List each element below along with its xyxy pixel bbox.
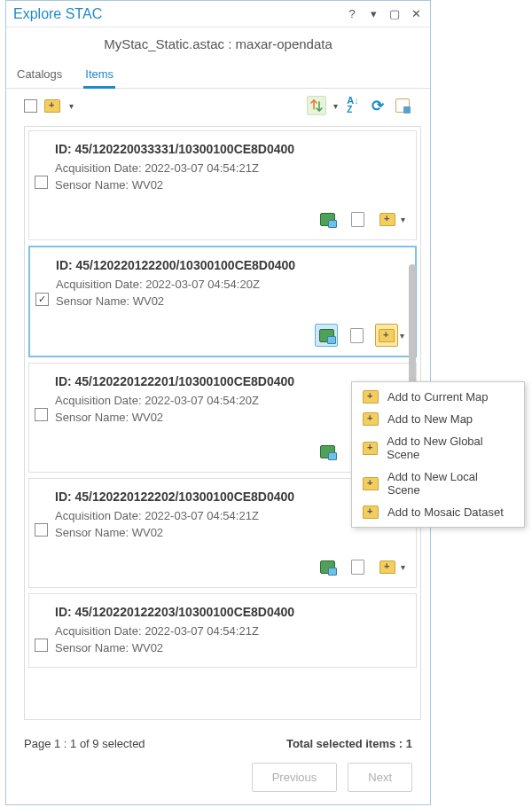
folder-plus-icon <box>44 99 60 113</box>
sort-updown-icon <box>310 98 323 113</box>
folder-plus-icon <box>363 442 378 455</box>
sort-direction-button[interactable] <box>307 96 326 115</box>
menu-item[interactable]: Add to Current Map <box>352 386 524 408</box>
menu-item-label: Add to Current Map <box>387 390 488 404</box>
menu-item-label: Add to Mosaic Dataset <box>387 505 504 519</box>
layer-icon <box>320 560 335 574</box>
folder-plus-icon <box>379 560 395 574</box>
item-id: ID: 45/120220122200/10300100CE8D0400 <box>56 258 404 272</box>
item-sensor-name: Sensor Name: WV02 <box>56 294 404 308</box>
add-layer-button[interactable] <box>315 324 338 347</box>
menu-item[interactable]: Add to New Map <box>352 408 524 430</box>
copy-item-button[interactable] <box>346 555 369 578</box>
chevron-down-icon[interactable]: ▾ <box>333 101 338 111</box>
folder-plus-icon <box>363 390 379 404</box>
item-checkbox[interactable] <box>35 523 48 537</box>
copy-item-button[interactable] <box>345 324 368 347</box>
item-id: ID: 45/120220033331/10300100CE8D0400 <box>55 142 405 156</box>
restore-icon[interactable]: ▢ <box>387 7 402 21</box>
item-checkbox[interactable] <box>35 293 49 306</box>
chevron-down-icon[interactable]: ▾ <box>400 331 404 341</box>
item-id: ID: 45/120220122203/10300100CE8D0400 <box>55 605 405 619</box>
refresh-icon: ⟳ <box>372 97 384 115</box>
add-to-map-button[interactable] <box>375 324 398 347</box>
add-to-map-button[interactable] <box>376 208 399 231</box>
add-layer-button[interactable] <box>316 555 339 578</box>
menu-item-label: Add to New Map <box>387 412 473 426</box>
sort-az-button[interactable]: A↓Z <box>343 96 363 115</box>
menu-item-label: Add to New Global Scene <box>387 435 513 461</box>
add-all-to-map-button[interactable] <box>43 96 62 115</box>
copy-icon <box>351 212 364 227</box>
item-sensor-name: Sensor Name: WV02 <box>55 178 405 192</box>
folder-plus-icon <box>379 213 395 226</box>
copy-item-button[interactable] <box>346 208 369 231</box>
export-icon <box>395 98 410 113</box>
list-item[interactable]: ID: 45/120220122200/10300100CE8D0400Acqu… <box>28 246 417 357</box>
item-checkbox[interactable] <box>35 639 48 652</box>
item-checkbox[interactable] <box>35 176 48 189</box>
add-layer-button[interactable] <box>316 208 339 231</box>
footer: Page 1 : 1 of 9 selected Total selected … <box>6 730 430 804</box>
close-icon[interactable]: ✕ <box>409 7 423 21</box>
refresh-button[interactable]: ⟳ <box>368 96 387 115</box>
menu-item[interactable]: Add to Mosaic Dataset <box>352 501 524 523</box>
tab-catalogs[interactable]: Catalogs <box>15 64 64 88</box>
add-to-map-button[interactable] <box>376 555 399 578</box>
folder-plus-icon <box>363 412 379 426</box>
layer-icon <box>320 213 335 226</box>
chevron-down-icon[interactable]: ▾ <box>401 562 405 572</box>
add-to-map-menu: Add to Current MapAdd to New MapAdd to N… <box>351 381 525 528</box>
previous-button[interactable]: Previous <box>252 763 338 792</box>
breadcrumb: MyStac_Static.astac : maxar-opendata <box>6 27 430 64</box>
folder-plus-icon <box>379 329 395 342</box>
menu-item[interactable]: Add to New Global Scene <box>352 430 524 466</box>
item-checkbox[interactable] <box>35 408 48 421</box>
list-item[interactable]: ID: 45/120220122203/10300100CE8D0400Acqu… <box>28 593 417 668</box>
item-sensor-name: Sensor Name: WV02 <box>55 526 405 539</box>
add-layer-button[interactable] <box>316 440 339 463</box>
next-button[interactable]: Next <box>348 763 412 792</box>
layer-icon <box>320 445 335 458</box>
item-acquisition-date: Acquisition Date: 2022-03-07 04:54:20Z <box>56 278 404 291</box>
layer-icon <box>319 329 334 342</box>
copy-icon <box>350 328 364 343</box>
total-selected: Total selected items : 1 <box>286 737 412 750</box>
item-acquisition-date: Acquisition Date: 2022-03-07 04:54:21Z <box>55 161 405 175</box>
item-acquisition-date: Acquisition Date: 2022-03-07 04:54:21Z <box>55 624 405 638</box>
panel-title: Explore STAC <box>13 6 338 22</box>
chevron-down-icon[interactable]: ▾ <box>69 101 74 111</box>
sort-az-icon: A↓Z <box>347 97 358 114</box>
page-status: Page 1 : 1 of 9 selected <box>24 737 145 750</box>
chevron-down-icon[interactable]: ▾ <box>401 215 405 224</box>
dropdown-icon[interactable]: ▾ <box>366 7 380 21</box>
folder-plus-icon <box>363 477 379 490</box>
menu-item-label: Add to New Local Scene <box>387 470 513 497</box>
titlebar: Explore STAC ? ▾ ▢ ✕ <box>6 1 430 27</box>
tab-items[interactable]: Items <box>83 64 115 89</box>
copy-icon <box>351 560 364 575</box>
select-all-checkbox[interactable] <box>24 99 37 113</box>
folder-plus-icon <box>363 505 379 519</box>
menu-item[interactable]: Add to New Local Scene <box>352 466 524 501</box>
export-button[interactable] <box>393 96 412 115</box>
help-icon[interactable]: ? <box>345 7 359 21</box>
list-item[interactable]: ID: 45/120220033331/10300100CE8D0400Acqu… <box>28 130 417 240</box>
item-sensor-name: Sensor Name: WV02 <box>55 641 405 654</box>
tab-bar: Catalogs Items <box>6 64 430 89</box>
toolbar: ▾ ▾ A↓Z ⟳ <box>6 89 430 122</box>
